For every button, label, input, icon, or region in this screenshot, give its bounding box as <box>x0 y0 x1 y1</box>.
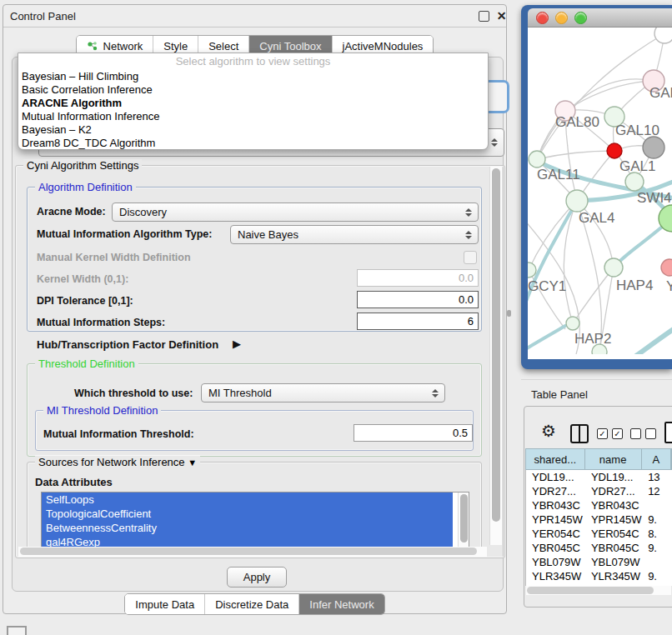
mi-steps-label: Mutual Information Steps: <box>37 317 165 328</box>
dropdown-item[interactable]: Bayesian – Hill Climbing <box>18 70 488 83</box>
network-node-gal11[interactable] <box>529 151 545 168</box>
list-scrollbar[interactable] <box>458 492 469 549</box>
unchecked-pair-icon[interactable] <box>630 428 656 439</box>
control-panel-header: Control Panel ✕ <box>3 5 506 28</box>
table-cell: YDL19... <box>585 470 642 484</box>
table-cell: YDR27... <box>526 484 585 498</box>
collapse-down-icon: ▼ <box>188 458 197 468</box>
tab-discretize-data[interactable]: Discretize Data <box>205 594 299 614</box>
table-cell: YBL079W <box>585 555 642 569</box>
network-node-gcy1[interactable] <box>528 262 536 278</box>
network-node-hap2[interactable] <box>566 317 579 330</box>
which-threshold-combobox[interactable]: MI Threshold <box>201 383 445 402</box>
expand-right-icon[interactable]: ▶ <box>233 338 241 350</box>
minimized-panel-icon[interactable] <box>7 626 27 635</box>
table-row[interactable]: YLR345WYLR345W9. <box>526 569 672 583</box>
tab-infer-network[interactable]: Infer Network <box>299 594 384 614</box>
zoom-window-icon[interactable] <box>574 12 587 24</box>
mi-steps-field[interactable]: 6 <box>357 312 479 330</box>
network-window-titlebar[interactable] <box>528 8 672 28</box>
settings-group-title: Cyni Algorithm Settings <box>23 159 142 172</box>
network-view-window[interactable]: GALGAL80GAL10GAL1SWI4GAL11GAL4GCY1HAP4YH… <box>521 5 672 369</box>
panel-splitter-handle[interactable] <box>507 310 511 317</box>
split-view-icon[interactable] <box>570 424 589 443</box>
manual-kernel-checkbox[interactable] <box>464 251 477 264</box>
dropdown-item[interactable]: Mutual Information Inference <box>18 110 488 123</box>
table-cell: YPR145W <box>585 512 642 527</box>
checked-pair-icon[interactable]: ✓✓ <box>597 428 623 439</box>
table-row[interactable]: YBR043CYBR043C <box>526 498 672 512</box>
table-row[interactable]: YBL079WYBL079W <box>526 555 672 569</box>
table-row[interactable]: YDL19...YDL19...13 <box>526 470 672 484</box>
column-header[interactable]: A <box>642 449 671 469</box>
data-attributes-label: Data Attributes <box>35 476 113 488</box>
hub-section-label[interactable]: Hub/Transcription Factor Definition <box>37 338 218 351</box>
dropdown-item[interactable]: ARACNE Algorithm <box>18 97 488 110</box>
settings-vertical-scrollbar[interactable] <box>489 167 502 545</box>
table-row[interactable]: YPR145WYPR145W9. <box>526 512 672 527</box>
which-threshold-value: MI Threshold <box>208 387 429 399</box>
application-window: Control Panel ✕ NetworkStyleSelectCyni T… <box>0 0 672 635</box>
table-cell: YBR043C <box>585 498 642 512</box>
settings-horizontal-scrollbar[interactable] <box>18 547 487 557</box>
network-node-hap4[interactable] <box>604 258 623 277</box>
tab-impute-data[interactable]: Impute Data <box>125 594 205 614</box>
network-node[interactable] <box>607 143 622 158</box>
table-row[interactable]: YDR27...YDR27...12 <box>526 484 672 498</box>
mi-type-combobox[interactable]: Naive Bayes <box>230 225 479 244</box>
node-label: GCY1 <box>528 278 566 294</box>
network-node[interactable] <box>654 28 672 43</box>
network-canvas[interactable]: GALGAL80GAL10GAL1SWI4GAL11GAL4GCY1HAP4YH… <box>528 28 672 359</box>
node-label: GAL4 <box>579 210 614 226</box>
dropdown-placeholder: Select algorithm to view settings <box>18 53 488 70</box>
table-cell: YBR045C <box>526 541 585 555</box>
list-item[interactable]: SelfLoops <box>42 492 453 507</box>
dropdown-item[interactable]: Basic Correlation Inference <box>18 83 488 97</box>
column-header[interactable]: shared... <box>526 449 585 469</box>
mi-threshold-field[interactable]: 0.5 <box>354 424 473 442</box>
combo-stepper-icon <box>429 389 442 398</box>
node-label: GAL <box>649 85 672 101</box>
minimize-window-icon[interactable] <box>555 12 568 24</box>
column-header[interactable]: name <box>585 449 642 469</box>
list-item[interactable]: BetweennessCentrality <box>42 521 453 535</box>
network-node-gal1[interactable] <box>625 172 644 191</box>
kernel-width-label: Kernel Width (0,1): <box>37 273 128 285</box>
close-window-icon[interactable] <box>536 12 549 24</box>
table-cell: YDL19... <box>526 470 585 484</box>
table-cell: YBR043C <box>526 498 585 512</box>
gear-icon[interactable]: ⚙ <box>541 422 556 439</box>
node-label: SWI4 <box>637 190 672 206</box>
close-panel-icon[interactable]: ✕ <box>496 11 507 22</box>
tab-label: Style <box>163 40 188 52</box>
list-item[interactable]: TopologicalCoefficient <box>42 507 453 521</box>
float-panel-icon[interactable] <box>479 11 489 22</box>
sources-group-title[interactable]: Sources for Network Inference ▼ <box>35 456 200 468</box>
combo-stepper-icon <box>488 138 501 147</box>
divider <box>521 379 672 380</box>
node-label: GAL10 <box>615 122 659 138</box>
kernel-width-field[interactable]: 0.0 <box>357 269 479 287</box>
algorithm-definition-title: Algorithm Definition <box>35 181 136 193</box>
network-node-gal4[interactable] <box>566 190 588 212</box>
network-node[interactable] <box>643 137 664 158</box>
network-icon <box>87 41 98 52</box>
table-cell: YPR145W <box>526 512 585 527</box>
dropdown-item[interactable]: Bayesian – K2 <box>18 123 488 137</box>
dpi-tolerance-label: DPI Tolerance [0,1]: <box>37 295 133 307</box>
table-horizontal-scrollbar[interactable] <box>526 586 671 595</box>
document-icon[interactable] <box>664 422 672 443</box>
dropdown-item[interactable]: Dream8 DC_TDC Algorithm <box>18 137 488 150</box>
aracne-mode-combobox[interactable]: Discovery <box>112 202 479 222</box>
table-row[interactable]: YBR045CYBR045C9. <box>526 541 672 555</box>
manual-kernel-label: Manual Kernel Width Definition <box>37 252 191 263</box>
network-node-y[interactable] <box>661 259 672 276</box>
panel-title: Control Panel <box>10 10 76 22</box>
apply-button[interactable]: Apply <box>227 567 287 588</box>
data-attributes-list[interactable]: SelfLoopsTopologicalCoefficientBetweenne… <box>41 492 469 552</box>
mi-type-label: Mutual Information Algorithm Type: <box>37 228 212 240</box>
mi-type-value: Naive Bayes <box>238 228 462 241</box>
table-cell: 9. <box>642 512 672 527</box>
table-row[interactable]: YER054CYER054C8. <box>526 527 672 541</box>
dpi-tolerance-field[interactable]: 0.0 <box>357 291 479 308</box>
